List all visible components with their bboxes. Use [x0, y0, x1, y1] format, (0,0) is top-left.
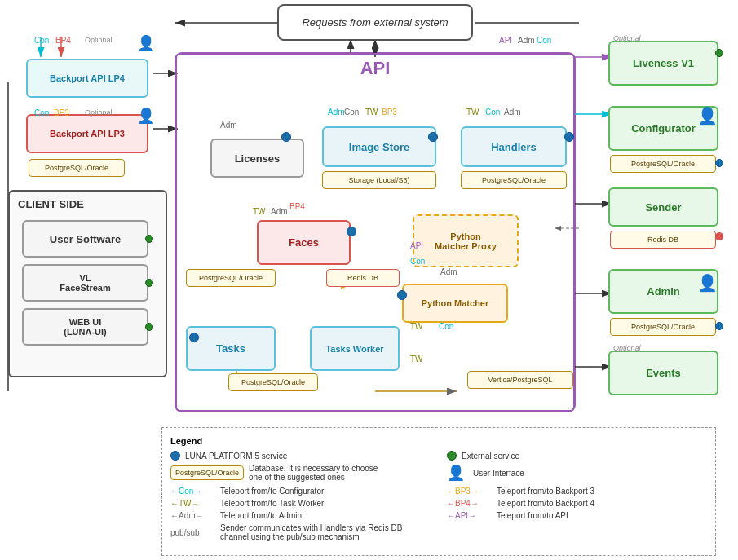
tasks-dot — [189, 333, 199, 342]
legend-person-icon: 👤 — [447, 464, 465, 482]
legend-api-desc: Teleport from/to API — [497, 511, 568, 520]
adm-right-label: Adm — [518, 36, 535, 45]
sender-redis-label: Redis DB — [647, 236, 678, 244]
external-request-label: Requests from external system — [302, 16, 448, 29]
legend-ui-label: User Interface — [473, 469, 524, 478]
bp4-label-lp4: BP4 — [55, 36, 71, 45]
admin-db-dot — [715, 322, 723, 330]
con-tasks-worker: Con — [439, 322, 453, 331]
user-software-dot — [145, 235, 153, 243]
con-right-label: Con — [537, 36, 551, 45]
tw-label-imagestore: TW — [365, 108, 378, 117]
backport-lp3-db: PostgreSQL/Oracle — [29, 159, 125, 177]
legend-pubsub-desc: Sender communicates with Handlers via Re… — [220, 523, 431, 541]
tasks-worker-label: Tasks Worker — [325, 344, 383, 354]
legend-bp4-arrow: ←BP4→ — [447, 499, 492, 508]
image-store-box: Image Store — [322, 126, 436, 167]
legend-bp4-desc: Teleport from/to Backport 4 — [497, 499, 594, 508]
optional-label-lp3: Optional — [85, 108, 113, 117]
legend-api-arrow: ←API→ — [447, 511, 492, 520]
vertica-label: Vertica/PostgreSQL — [488, 376, 552, 384]
licenses-label: Licenses — [235, 152, 281, 165]
admin-person-icon: 👤 — [697, 273, 718, 293]
legend-tw-arrow: ←TW→ — [170, 499, 215, 508]
configurator-person-icon: 👤 — [697, 106, 718, 126]
configurator-db-dot — [715, 159, 723, 167]
legend-bp3-desc: Teleport from/to Backport 3 — [497, 487, 594, 496]
legend-db-desc: Database. It is necessary to choose one … — [249, 464, 379, 482]
faces-redis-db: Redis DB — [326, 269, 400, 287]
web-ui-box: WEB UI (LUNA-UI) — [22, 308, 148, 346]
api-right-label: API — [499, 36, 512, 45]
handlers-db: PostgreSQL/Oracle — [461, 171, 567, 189]
web-ui-label: WEB UI (LUNA-UI) — [64, 317, 107, 337]
liveness-dot — [715, 49, 723, 57]
python-matcher-label: Python Matcher — [422, 298, 489, 308]
client-side-title: CLIENT SIDE — [18, 198, 174, 210]
backport-lp3-box: Backport API LP3 — [26, 114, 148, 153]
liveness-optional: Optional — [613, 34, 641, 42]
tw-adm-faces: TW — [253, 207, 266, 216]
liveness-box: Liveness V1 — [608, 41, 718, 86]
tasks-label: Tasks — [216, 342, 245, 355]
legend-con-desc: Teleport from/to Configurator — [220, 487, 324, 496]
bp3-label-lp3: BP3 — [54, 108, 69, 117]
admin-label: Admin — [647, 285, 679, 298]
api-label: API — [360, 58, 391, 79]
faces-label: Faces — [289, 236, 319, 249]
python-matcher-proxy-label: Python Matcher Proxy — [435, 231, 497, 251]
vl-facestream-box: VL FaceStream — [22, 264, 148, 302]
python-matcher-proxy-box: Python Matcher Proxy — [413, 214, 519, 267]
bp3-label-imagestore: BP3 — [382, 108, 397, 117]
tasks-db-label: PostgreSQL/Oracle — [241, 378, 305, 386]
adm-label-imagestore: Adm — [328, 108, 345, 117]
events-optional: Optional — [613, 344, 641, 352]
legend-ext-dot — [447, 451, 457, 461]
licenses-box: Licenses — [210, 139, 304, 178]
tasks-db: PostgreSQL/Oracle — [228, 373, 318, 391]
faces-db-label: PostgreSQL/Oracle — [199, 274, 263, 282]
user-software-label: User Software — [50, 233, 121, 245]
backport-lp3-label: Backport API LP3 — [50, 129, 125, 139]
python-matcher-dot — [397, 290, 407, 300]
legend-pubsub-label: pub/sub — [170, 528, 215, 537]
legend-db-box: PostgreSQL/Oracle — [170, 465, 244, 480]
configurator-db: PostgreSQL/Oracle — [610, 155, 716, 173]
adm-python-matcher: Adm — [440, 267, 457, 276]
sender-label: Sender — [645, 201, 681, 214]
faces-db: PostgreSQL/Oracle — [186, 269, 276, 287]
handlers-box: Handlers — [461, 126, 567, 167]
backport-lp4-label: Backport API LP4 — [50, 73, 125, 83]
lp4-person-icon: 👤 — [137, 34, 155, 52]
licenses-dot — [281, 132, 291, 142]
admin-db: PostgreSQL/Oracle — [610, 318, 716, 336]
legend-adm-desc: Teleport from/to Admin — [220, 511, 302, 520]
image-store-dot — [428, 132, 438, 142]
legend-title: Legend — [170, 436, 707, 446]
external-request-box: Requests from external system — [277, 4, 473, 41]
vl-facestream-label: VL FaceStream — [60, 273, 110, 293]
backport-lp4-box: Backport API LP4 — [26, 59, 148, 98]
events-box: Events — [608, 351, 718, 395]
faces-box: Faces — [257, 220, 351, 265]
admin-db-label: PostgreSQL/Oracle — [631, 323, 695, 331]
tw-label-handlers: TW — [466, 108, 479, 117]
legend-box: Legend LUNA PLATFORM 5 service PostgreSQ… — [161, 427, 716, 556]
events-label: Events — [646, 367, 681, 379]
legend-bp3-arrow: ←BP3→ — [447, 487, 492, 496]
legend-tw-desc: Teleport from/to Task Worker — [220, 499, 324, 508]
configurator-label: Configurator — [631, 122, 696, 134]
image-store-db: Storage (Local/S3) — [322, 171, 436, 189]
handlers-label: Handlers — [491, 141, 537, 153]
sender-redis-db: Redis DB — [610, 231, 716, 249]
sender-redis-dot — [715, 232, 723, 240]
tw-python-matcher: TW — [410, 355, 423, 364]
vl-facestream-dot — [145, 279, 153, 287]
lp3-person-icon: 👤 — [137, 107, 155, 125]
backport-lp3-db-label: PostgreSQL/Oracle — [45, 164, 108, 172]
legend-adm-arrow: ←Adm→ — [170, 511, 215, 520]
faces-dot — [347, 227, 356, 236]
image-store-label: Image Store — [349, 141, 409, 153]
user-software-box: User Software — [22, 220, 148, 258]
con-label-imagestore: Con — [344, 108, 359, 117]
